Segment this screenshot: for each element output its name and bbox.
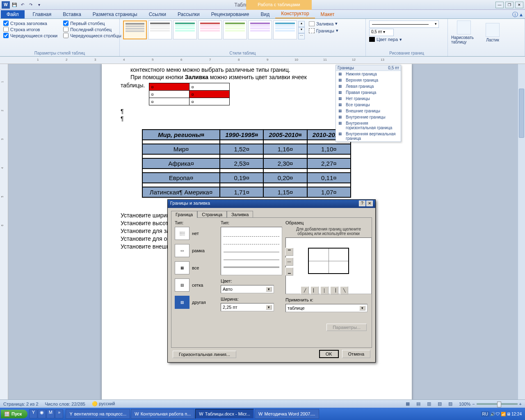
- task-3[interactable]: W Таблицы.docx - Micr...: [195, 409, 254, 419]
- view-read-icon[interactable]: ▤: [416, 401, 420, 406]
- close-button[interactable]: ✕: [515, 2, 523, 8]
- check-header-row[interactable]: Строка заголовка: [3, 21, 57, 26]
- dialog-close-button[interactable]: ✕: [366, 201, 373, 206]
- tab-file[interactable]: Файл: [1, 10, 25, 18]
- edge-top[interactable]: ▔: [285, 248, 293, 256]
- tab-table-layout[interactable]: Макет: [315, 10, 340, 18]
- view-outline-icon[interactable]: ▧: [438, 401, 442, 406]
- borders-button[interactable]: Границы ▾: [307, 27, 340, 34]
- gallery-up-icon[interactable]: ▴: [298, 21, 305, 27]
- dialog-tab-page[interactable]: Страница: [197, 211, 227, 218]
- check-banded-rows[interactable]: Чередующиеся строки: [3, 33, 57, 38]
- dialog-help-button[interactable]: ?: [359, 201, 365, 206]
- menu-inside-borders[interactable]: Внутренние границы: [336, 114, 401, 120]
- redo-icon[interactable]: ↷: [27, 1, 34, 9]
- shading-button[interactable]: Заливка ▾: [307, 21, 340, 27]
- tab-home[interactable]: Главная: [27, 10, 57, 18]
- gallery-down-icon[interactable]: ▾: [298, 27, 305, 33]
- menu-right-border[interactable]: Правая граница: [336, 89, 401, 96]
- check-first-col[interactable]: Первый столбец: [63, 21, 121, 26]
- dialog-tab-fill[interactable]: Заливка: [227, 211, 253, 218]
- start-button[interactable]: 🪟 Пуск: [1, 410, 27, 418]
- type-grid[interactable]: ▤сетка: [175, 278, 219, 292]
- tray-icon-3[interactable]: 📶: [501, 412, 506, 416]
- edge-left[interactable]: ▏: [310, 286, 319, 294]
- table-style-3[interactable]: [173, 21, 197, 39]
- zoom-value[interactable]: 100%: [459, 402, 470, 406]
- tray-icon-1[interactable]: 🔊: [490, 412, 495, 416]
- border-preview[interactable]: ▔―▁ ╱▏│▕╲: [285, 237, 372, 294]
- table-style-2[interactable]: [148, 21, 172, 39]
- eraser-button[interactable]: Ластик: [480, 23, 505, 42]
- edge-diag1[interactable]: ╱: [301, 286, 309, 294]
- line-style-list[interactable]: [221, 227, 282, 275]
- tab-view[interactable]: Вид: [255, 10, 275, 18]
- vertical-ruler[interactable]: 123456: [0, 64, 8, 399]
- task-4[interactable]: W Методичка Word 2007....: [255, 409, 319, 419]
- restore-button[interactable]: ❐: [505, 2, 514, 8]
- check-total-row[interactable]: Строка итогов: [3, 27, 57, 32]
- view-web-icon[interactable]: ▥: [427, 401, 431, 406]
- tray-icon-2[interactable]: 🛡: [496, 412, 500, 416]
- status-lang[interactable]: 🟡 русский: [92, 401, 115, 406]
- apply-to-combo[interactable]: таблице▾: [285, 304, 368, 312]
- line-weight-select[interactable]: 0,5 пт ▾: [369, 29, 394, 36]
- cancel-button[interactable]: Отмена: [342, 350, 370, 358]
- horizontal-ruler[interactable]: 12345678910111213: [0, 57, 525, 64]
- table-style-7[interactable]: [273, 21, 297, 39]
- undo-icon[interactable]: ↶: [19, 1, 26, 9]
- status-words[interactable]: Число слов: 22/285: [45, 402, 85, 406]
- ql-3[interactable]: M: [46, 409, 55, 418]
- edge-right[interactable]: ▕: [330, 286, 338, 294]
- ql-1[interactable]: Y: [29, 409, 37, 418]
- word-icon[interactable]: W: [2, 1, 10, 9]
- zoom-in-icon[interactable]: +: [519, 402, 522, 406]
- type-all[interactable]: ▦все: [175, 261, 219, 274]
- view-draft-icon[interactable]: ▨: [448, 401, 452, 406]
- menu-no-border[interactable]: Нет границы: [336, 96, 401, 102]
- clock[interactable]: 12:24: [511, 412, 522, 416]
- table-style-5[interactable]: [223, 21, 247, 39]
- menu-outside-borders[interactable]: Внешние границы: [336, 108, 401, 114]
- task-1[interactable]: Y вентилятор на процесс...: [66, 409, 130, 419]
- tab-design[interactable]: Конструктор: [275, 9, 315, 18]
- zoom-out-icon[interactable]: −: [472, 402, 475, 406]
- edge-mid-h[interactable]: ―: [285, 258, 293, 266]
- edge-mid-v[interactable]: │: [320, 286, 329, 294]
- menu-top-border[interactable]: Верхняя граница: [336, 77, 401, 83]
- width-combo[interactable]: 2,25 пт▾: [221, 303, 274, 311]
- tab-references[interactable]: Ссылки: [143, 10, 172, 18]
- params-button[interactable]: Параметры...: [326, 324, 367, 331]
- menu-all-borders[interactable]: Все границы: [336, 102, 401, 108]
- dialog-tab-border[interactable]: Граница: [171, 211, 197, 218]
- type-other[interactable]: ▨другая: [175, 296, 219, 309]
- view-print-icon[interactable]: ▦: [406, 401, 410, 406]
- tab-mailings[interactable]: Рассылки: [172, 10, 205, 18]
- table-style-6[interactable]: [248, 21, 272, 39]
- task-2[interactable]: W Контрольная работа п...: [131, 409, 194, 419]
- table-style-1[interactable]: [123, 21, 147, 39]
- ql-2[interactable]: ◉: [38, 409, 46, 418]
- save-icon[interactable]: 💾: [11, 1, 18, 9]
- ql-4[interactable]: »: [55, 409, 63, 418]
- ok-button[interactable]: OK: [319, 350, 339, 358]
- data-table[interactable]: Мир, регионы¤1990-1995¤2005-2010¤2010-20…: [142, 129, 351, 198]
- type-none[interactable]: ░░нет: [175, 227, 219, 240]
- edge-bot[interactable]: ▁: [285, 267, 293, 276]
- color-combo[interactable]: Авто▾: [221, 285, 274, 293]
- draw-table-button[interactable]: Нарисовать таблицу: [451, 21, 477, 44]
- qat-more-icon[interactable]: ▾: [35, 1, 43, 9]
- menu-left-border[interactable]: Левая граница: [336, 83, 401, 89]
- edge-diag2[interactable]: ╲: [340, 286, 348, 294]
- hline-button[interactable]: Горизонтальная линия...: [173, 351, 236, 358]
- minimize-button[interactable]: —: [495, 2, 504, 8]
- check-last-col[interactable]: Последний столбец: [63, 27, 121, 32]
- type-box[interactable]: ▭рамка: [175, 244, 219, 257]
- vertical-scrollbar[interactable]: [518, 64, 525, 399]
- zoom-slider[interactable]: [477, 403, 518, 405]
- check-banded-cols[interactable]: Чередующиеся столбцы: [63, 33, 121, 38]
- status-page[interactable]: Страница: 2 из 2: [3, 402, 39, 406]
- table-style-4[interactable]: [198, 21, 222, 39]
- tab-insert[interactable]: Вставка: [57, 10, 87, 18]
- gallery-more-icon[interactable]: ⋯: [298, 33, 305, 39]
